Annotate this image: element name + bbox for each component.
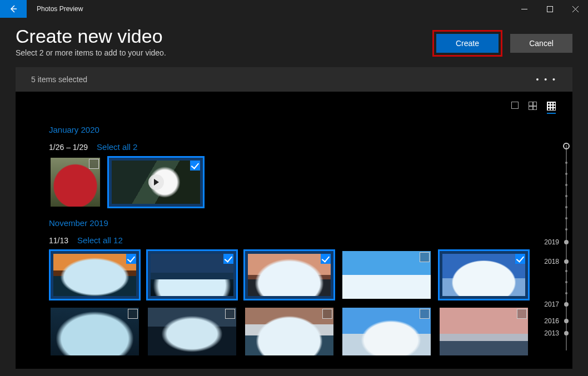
view-medium-icon[interactable]	[529, 102, 537, 110]
timeline-year[interactable]: 2016	[544, 317, 559, 325]
svg-rect-0	[547, 6, 552, 12]
selection-checkbox[interactable]	[517, 309, 527, 319]
date-group-jan-2020: January 2020 1/26 – 1/29 Select all 2	[16, 115, 572, 208]
selection-checkbox[interactable]	[515, 254, 525, 264]
photo-picker-panel: January 2020 1/26 – 1/29 Select all 2 No…	[16, 92, 572, 369]
selection-checkbox[interactable]	[89, 159, 99, 169]
timeline-year[interactable]: 2013	[544, 329, 559, 337]
photo-thumbnail[interactable]	[49, 249, 141, 300]
photo-thumbnail[interactable]	[341, 306, 432, 357]
selection-checkbox[interactable]	[225, 309, 235, 319]
selection-checkbox[interactable]	[190, 161, 200, 171]
selection-checkbox[interactable]	[322, 309, 332, 319]
thumbnail-image	[342, 308, 431, 355]
photo-thumbnail[interactable]	[243, 306, 335, 357]
photo-thumbnail[interactable]	[341, 249, 432, 300]
date-range: 11/13	[49, 236, 68, 245]
page-header: Create new video Select 2 or more items …	[0, 18, 588, 67]
photo-thumbnail[interactable]	[146, 249, 238, 300]
date-group-nov-2019: November 2019 11/13 Select all 12	[16, 208, 572, 357]
select-all-link[interactable]: Select all 2	[97, 142, 137, 152]
timeline-year[interactable]: 2019	[544, 238, 559, 246]
app-title: Photos Preview	[37, 5, 83, 13]
timeline-year[interactable]: 2017	[544, 300, 559, 308]
more-button[interactable]: • • •	[536, 75, 557, 84]
view-small-icon[interactable]	[547, 102, 556, 111]
photo-thumbnail[interactable]	[438, 306, 530, 357]
photo-thumbnail[interactable]	[49, 156, 102, 208]
thumbnail-image	[151, 254, 233, 296]
thumbnail-image	[148, 308, 236, 355]
thumbnail-image	[51, 308, 139, 355]
thumbnail-image	[342, 251, 431, 299]
thumbnail-image	[248, 254, 331, 296]
view-large-icon[interactable]	[511, 102, 519, 109]
page-title: Create new video	[16, 26, 432, 47]
group-heading[interactable]: November 2019	[49, 218, 572, 228]
back-button[interactable]	[0, 0, 27, 18]
photo-thumbnail[interactable]	[438, 249, 530, 300]
selection-checkbox[interactable]	[420, 252, 430, 262]
selection-checkbox[interactable]	[128, 309, 138, 319]
minimize-button[interactable]	[511, 0, 537, 18]
maximize-button[interactable]	[537, 0, 562, 18]
thumbnail-image	[53, 254, 136, 296]
thumbnail-image	[245, 308, 333, 355]
page-subtitle: Select 2 or more items to add to your vi…	[16, 48, 432, 57]
create-button[interactable]: Create	[436, 34, 499, 53]
timeline-year[interactable]: 2018	[544, 258, 559, 265]
selection-checkbox[interactable]	[420, 309, 430, 319]
play-icon	[148, 174, 164, 190]
thumbnail-image	[442, 254, 525, 296]
photo-thumbnail[interactable]	[243, 249, 335, 300]
timeline-handle[interactable]	[563, 143, 570, 149]
selection-count: 5 items selected	[31, 75, 87, 84]
timeline-scrubber[interactable]: 2019 2018 2017 2016 2013	[546, 145, 571, 350]
window-controls	[511, 0, 588, 18]
date-range: 1/26 – 1/29	[49, 143, 88, 152]
group-heading[interactable]: January 2020	[49, 125, 572, 134]
select-all-link[interactable]: Select all 12	[77, 235, 123, 245]
active-view-indicator	[547, 113, 556, 114]
selection-checkbox[interactable]	[223, 254, 233, 264]
title-bar: Photos Preview	[0, 0, 588, 18]
close-button[interactable]	[562, 0, 588, 18]
view-mode-toggles	[16, 98, 572, 115]
cancel-button[interactable]: Cancel	[510, 34, 572, 53]
selection-checkbox[interactable]	[321, 254, 331, 264]
selection-checkbox[interactable]	[126, 254, 136, 264]
thumbnail-image	[440, 308, 528, 355]
create-button-highlight: Create	[432, 30, 502, 57]
photo-thumbnail[interactable]	[146, 306, 238, 357]
selection-bar: 5 items selected • • •	[16, 67, 572, 92]
video-thumbnail[interactable]	[107, 156, 205, 208]
photo-thumbnail[interactable]	[49, 306, 141, 357]
